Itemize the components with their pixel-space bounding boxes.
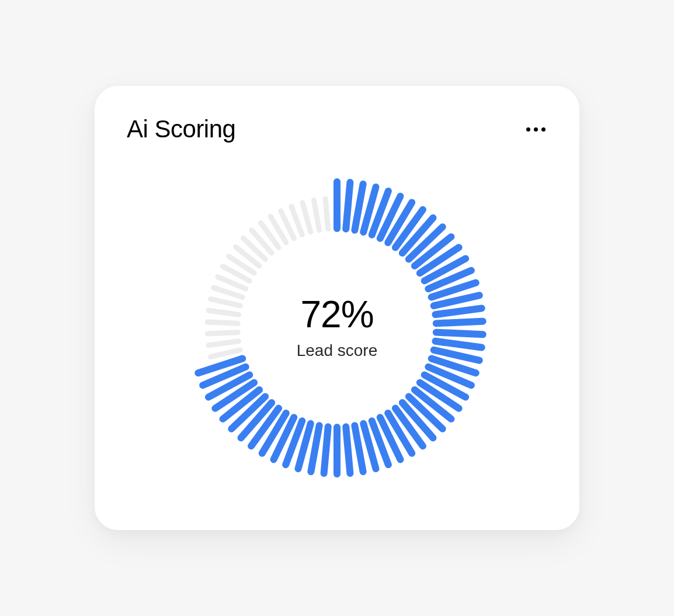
more-icon [526,127,546,131]
lead-score-gauge: 72% Lead score [185,176,489,480]
card-header: Ai Scoring [127,115,547,143]
gauge-center: 72% Lead score [185,176,489,480]
card-title: Ai Scoring [127,115,235,143]
more-options-button[interactable] [524,117,547,141]
ai-scoring-card: Ai Scoring 72% Lead score [95,86,579,530]
gauge-container: 72% Lead score [127,155,547,501]
gauge-label: Lead score [297,341,378,360]
gauge-value: 72% [300,296,373,333]
